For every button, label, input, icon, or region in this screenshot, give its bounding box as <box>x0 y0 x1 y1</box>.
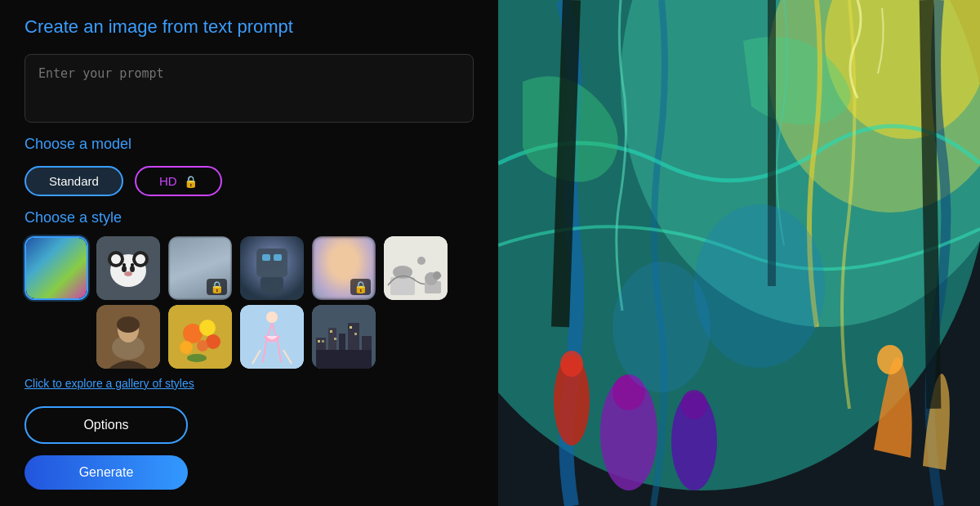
svg-point-30 <box>199 320 216 336</box>
svg-rect-49 <box>334 338 336 340</box>
svg-point-62 <box>560 351 583 377</box>
svg-point-23 <box>433 271 441 280</box>
svg-point-33 <box>197 340 208 352</box>
svg-point-67 <box>694 204 825 368</box>
svg-rect-46 <box>318 340 320 343</box>
svg-point-8 <box>130 266 135 272</box>
artwork-image <box>498 0 980 506</box>
svg-point-63 <box>877 345 903 374</box>
page-title: Create an image from text prompt <box>24 16 474 38</box>
svg-point-7 <box>122 266 127 272</box>
svg-point-4 <box>111 254 121 264</box>
action-buttons: Options Generate <box>24 403 474 490</box>
svg-rect-48 <box>330 330 332 333</box>
model-buttons: Standard HD 🔒 <box>24 166 474 196</box>
svg-point-60 <box>681 390 707 419</box>
svg-point-68 <box>612 262 710 392</box>
style-thumb-blur[interactable]: 🔒 <box>168 236 232 300</box>
prompt-input[interactable] <box>24 54 474 123</box>
svg-point-27 <box>117 316 140 333</box>
style-thumb-flowers[interactable] <box>168 305 232 369</box>
svg-rect-51 <box>354 333 357 335</box>
artwork-display <box>498 0 980 506</box>
left-panel: Create an image from text prompt Choose … <box>0 0 498 506</box>
generate-button[interactable]: Generate <box>24 455 188 490</box>
style-thumb-sketch[interactable] <box>384 236 448 300</box>
svg-point-10 <box>122 263 126 266</box>
style-thumb-robot[interactable] <box>240 236 304 300</box>
face-lock-icon: 🔒 <box>350 279 371 295</box>
svg-point-11 <box>131 263 134 266</box>
style-thumb-portrait[interactable] <box>96 305 160 369</box>
svg-rect-14 <box>262 254 270 261</box>
style-row-2 <box>24 305 474 369</box>
style-section-title: Choose a style <box>24 209 474 226</box>
svg-point-9 <box>124 271 132 276</box>
style-thumb-abstract[interactable] <box>24 236 88 300</box>
style-thumb-panda[interactable] <box>96 236 160 300</box>
artwork-panel <box>498 0 980 506</box>
svg-point-34 <box>187 354 207 362</box>
svg-point-20 <box>417 257 425 265</box>
svg-rect-15 <box>274 254 282 261</box>
style-thumb-city[interactable] <box>312 305 376 369</box>
hd-label: HD <box>159 174 177 188</box>
blur-lock-icon: 🔒 <box>207 279 227 295</box>
svg-rect-45 <box>316 350 372 369</box>
svg-rect-47 <box>322 340 324 343</box>
hd-lock-icon: 🔒 <box>184 175 198 188</box>
model-section: Choose a model Standard HD 🔒 <box>24 136 474 196</box>
options-button[interactable]: Options <box>24 406 188 444</box>
style-thumb-face[interactable]: 🔒 <box>312 236 376 300</box>
style-thumb-ballet[interactable] <box>240 305 304 369</box>
standard-model-button[interactable]: Standard <box>24 166 123 196</box>
style-section: Choose a style <box>24 209 474 390</box>
svg-point-36 <box>266 311 278 323</box>
svg-rect-13 <box>256 249 287 277</box>
model-section-title: Choose a model <box>24 136 474 153</box>
svg-point-32 <box>180 341 193 354</box>
svg-point-5 <box>136 254 145 264</box>
svg-rect-16 <box>261 277 283 293</box>
style-row-1: 🔒 <box>24 236 474 300</box>
hd-model-button[interactable]: HD 🔒 <box>135 166 222 196</box>
gallery-link[interactable]: Click to explore a gallery of styles <box>24 377 474 390</box>
svg-rect-50 <box>350 326 352 329</box>
